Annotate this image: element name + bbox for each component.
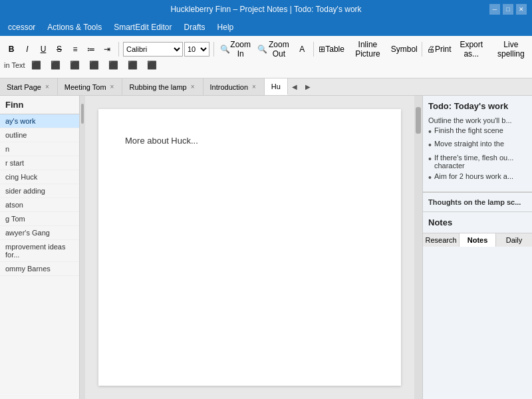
- strikethrough-button[interactable]: S: [52, 42, 66, 57]
- tab-rubbing-lamp[interactable]: Rubbing the lamp ×: [122, 78, 203, 95]
- live-spelling-label: Live spelling: [495, 40, 528, 59]
- sidebar-item-sider-adding[interactable]: sider adding: [0, 184, 79, 198]
- bullet-icon-2: •: [428, 140, 432, 151]
- todo-item-3: • If there's time, flesh ou... character: [428, 154, 527, 170]
- align-right-button[interactable]: ⬛: [66, 58, 83, 72]
- tab-nav-next[interactable]: ▶: [301, 81, 315, 92]
- numbering-button[interactable]: ≔: [84, 42, 98, 57]
- todo-item-4: • Aim for 2 hours work a...: [428, 172, 527, 184]
- notes-tab-research[interactable]: Research: [423, 233, 460, 247]
- todo-item-3-label: If there's time, flesh ou... character: [434, 154, 527, 170]
- menu-help[interactable]: Help: [212, 21, 239, 33]
- zoom-in-label: Zoom In: [230, 40, 251, 59]
- zoom-out-label: Zoom Out: [267, 40, 290, 59]
- sidebar-item-improvement-label: mprovement ideas for...: [5, 243, 66, 259]
- editor-left-margin: [80, 96, 85, 399]
- editor-page[interactable]: More about Huck...: [85, 96, 414, 399]
- sidebar-item-cing-huck-label: cing Huck: [5, 173, 37, 181]
- underline-button[interactable]: U: [36, 42, 51, 57]
- indent-left-button[interactable]: ⬛: [105, 58, 122, 72]
- indent-button[interactable]: ⇥: [100, 42, 114, 57]
- minimize-button[interactable]: ─: [489, 4, 500, 15]
- symbol-button[interactable]: Symbol: [390, 42, 418, 57]
- page-document: More about Huck...: [98, 109, 401, 386]
- toolbar-row-1: B I U S ≡ ≔ ⇥ Calibri 10 🔍 Zoom In: [4, 42, 532, 57]
- menu-accessor[interactable]: ccessor: [3, 21, 41, 33]
- sidebar-item-g-tom[interactable]: g Tom: [0, 212, 79, 226]
- window-title: Huckleberry Finn – Project Notes | Todo:…: [170, 5, 361, 14]
- table-icon: ⊞: [319, 45, 325, 54]
- sidebar-item-cing-huck[interactable]: cing Huck: [0, 170, 79, 184]
- formatting-group: B I U S ≡ ≔ ⇥: [4, 42, 119, 57]
- sidebar-item-ommy-barnes[interactable]: ommy Barnes: [0, 262, 79, 276]
- close-button[interactable]: ✕: [516, 4, 527, 15]
- live-spelling-button[interactable]: Live spelling: [491, 42, 531, 57]
- font-name-select[interactable]: Calibri: [123, 42, 183, 57]
- zoom-group: 🔍 Zoom In 🔍 Zoom Out A: [218, 42, 314, 57]
- font-group: Calibri 10: [123, 42, 214, 57]
- tab-meeting-tom-label: Meeting Tom: [65, 83, 106, 91]
- symbol-label: Symbol: [391, 45, 418, 54]
- sidebar-title: Finn: [0, 96, 79, 114]
- align-left-button[interactable]: ⬛: [28, 58, 45, 72]
- sidebar-item-n[interactable]: n: [0, 142, 79, 156]
- zoom-in-button[interactable]: 🔍 Zoom In: [218, 42, 253, 57]
- tab-introduction[interactable]: Introduction ×: [203, 78, 265, 95]
- tab-start-page-label: Start Page: [7, 83, 41, 91]
- export-label: Export as...: [456, 40, 487, 59]
- table-label: Table: [325, 45, 344, 54]
- indent-right-button[interactable]: ⬛: [124, 58, 141, 72]
- table-button[interactable]: ⊞ Table: [318, 42, 344, 57]
- sidebar-item-g-tom-label: g Tom: [5, 215, 25, 223]
- notes-tab-daily[interactable]: Daily: [496, 233, 532, 247]
- tab-introduction-label: Introduction: [210, 83, 248, 91]
- editor-container: More about Huck...: [80, 96, 422, 399]
- menu-drafts[interactable]: Drafts: [179, 21, 211, 33]
- tab-start-page-close[interactable]: ×: [44, 83, 51, 90]
- sidebar-item-outline[interactable]: outline: [0, 128, 79, 142]
- tab-start-page[interactable]: Start Page ×: [0, 78, 58, 95]
- font-size-select[interactable]: 10: [184, 42, 209, 57]
- font-size-aa-button[interactable]: A: [295, 42, 309, 57]
- sidebar-item-awyers-gang[interactable]: awyer's Gang: [0, 226, 79, 240]
- print-label: Print: [435, 45, 452, 54]
- bold-button[interactable]: B: [4, 42, 19, 57]
- inline-picture-button[interactable]: Inline Picture: [346, 42, 389, 57]
- bullet-icon-3: •: [428, 154, 432, 170]
- tab-meeting-tom-close[interactable]: ×: [109, 83, 116, 90]
- title-bar: Huckleberry Finn – Project Notes | Todo:…: [0, 0, 532, 19]
- menu-actions-tools[interactable]: Actions & Tools: [42, 21, 107, 33]
- actions-group: 🖨 Print Export as... Live spelling Spell…: [426, 42, 532, 57]
- print-button[interactable]: 🖨 Print: [426, 42, 452, 57]
- notes-tab-notes-label: Notes: [467, 236, 488, 244]
- todo-item-1-label: Finish the fight scene: [434, 126, 503, 138]
- export-button[interactable]: Export as...: [453, 42, 490, 57]
- maximize-button[interactable]: □: [503, 4, 513, 15]
- editor-scrollbar[interactable]: [414, 96, 422, 399]
- thoughts-title: Thoughts on the lamp sc...: [428, 198, 527, 206]
- toolbar-formatting-rows: B I U S ≡ ≔ ⇥ Calibri 10 🔍 Zoom In: [4, 42, 532, 72]
- sidebar-item-r-start[interactable]: r start: [0, 156, 79, 170]
- tab-meeting-tom[interactable]: Meeting Tom ×: [58, 78, 123, 95]
- italic-button[interactable]: I: [20, 42, 35, 57]
- tab-introduction-close[interactable]: ×: [251, 83, 257, 90]
- special-indent-button[interactable]: ⬛: [144, 58, 160, 72]
- menu-smartedit[interactable]: SmartEdit Editor: [108, 21, 177, 33]
- tab-hu[interactable]: Hu: [265, 78, 288, 95]
- sidebar-item-sider-adding-label: sider adding: [5, 187, 45, 195]
- thoughts-section: Thoughts on the lamp sc...: [423, 192, 532, 211]
- notes-tab-research-label: Research: [425, 236, 456, 244]
- tab-nav-prev[interactable]: ◀: [288, 81, 301, 92]
- bullets-button[interactable]: ≡: [68, 42, 82, 57]
- sidebar-item-improvement[interactable]: mprovement ideas for...: [0, 240, 79, 262]
- align-center-button[interactable]: ⬛: [47, 58, 64, 72]
- tab-rubbing-lamp-label: Rubbing the lamp: [129, 83, 186, 91]
- zoom-out-button[interactable]: 🔍 Zoom Out: [254, 42, 293, 57]
- sidebar-item-atson[interactable]: atson: [0, 198, 79, 212]
- todo-item-1: • Finish the fight scene: [428, 126, 527, 138]
- sidebar-item-todays-work[interactable]: ay's work: [0, 114, 79, 128]
- align-justify-button[interactable]: ⬛: [86, 58, 102, 72]
- notes-tab-notes[interactable]: Notes: [460, 233, 496, 247]
- editor-scroll-thumb[interactable]: [416, 107, 421, 134]
- tab-rubbing-lamp-close[interactable]: ×: [190, 83, 196, 90]
